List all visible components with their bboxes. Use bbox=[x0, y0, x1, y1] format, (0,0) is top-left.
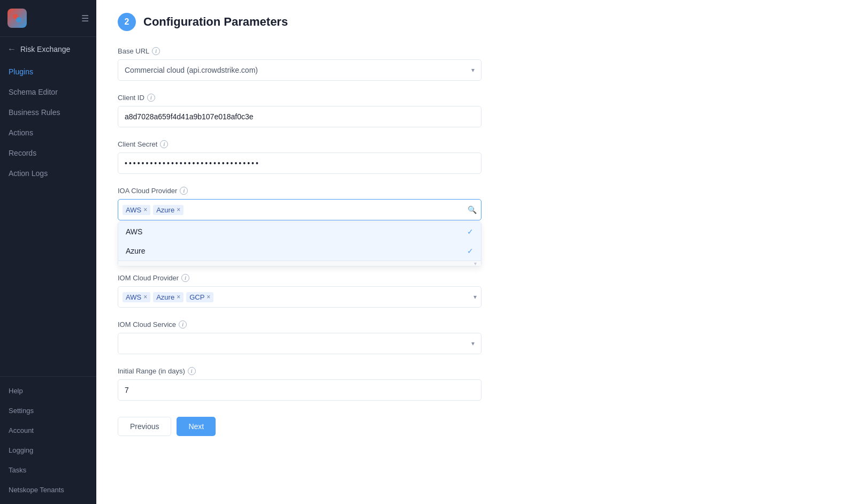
ioa-dropdown-item-azure[interactable]: Azure ✓ bbox=[118, 241, 481, 261]
sidebar-nav: Plugins Schema Editor Business Rules Act… bbox=[0, 58, 96, 376]
ioa-tag-azure-remove[interactable]: × bbox=[177, 207, 180, 213]
iom-cloud-provider-label: IOM Cloud Provider i bbox=[118, 274, 835, 282]
iom-tag-gcp-remove[interactable]: × bbox=[207, 294, 210, 300]
client-secret-label: Client Secret i bbox=[118, 140, 835, 148]
page-title: Configuration Parameters bbox=[143, 15, 288, 29]
bottom-nav: Previous Next bbox=[118, 417, 835, 436]
ioa-tag-aws-remove[interactable]: × bbox=[143, 207, 147, 213]
back-label: Risk Exchange bbox=[20, 45, 70, 54]
iom-cloud-provider-section: IOM Cloud Provider i AWS × Azure × GCP ×… bbox=[118, 274, 835, 308]
sidebar: ☰ ← Risk Exchange Plugins Schema Editor … bbox=[0, 0, 96, 504]
aws-check-icon: ✓ bbox=[467, 227, 473, 236]
dropdown-bottom-bar: ▾ bbox=[118, 261, 481, 266]
page-header: 2 Configuration Parameters bbox=[118, 13, 835, 31]
ioa-cloud-provider-label: IOA Cloud Provider i bbox=[118, 187, 835, 195]
sidebar-item-schema-editor[interactable]: Schema Editor bbox=[0, 82, 96, 102]
sidebar-item-logging[interactable]: Logging bbox=[0, 440, 96, 460]
iom-cloud-service-section: IOM Cloud Service i ▾ bbox=[118, 320, 835, 354]
client-id-info-icon[interactable]: i bbox=[147, 94, 155, 102]
sidebar-item-plugins[interactable]: Plugins bbox=[0, 62, 96, 82]
iom-tag-azure: Azure × bbox=[153, 292, 184, 302]
ioa-tag-azure: Azure × bbox=[153, 205, 184, 215]
iom-cloud-service-info-icon[interactable]: i bbox=[179, 320, 187, 329]
sidebar-item-tasks[interactable]: Tasks bbox=[0, 460, 96, 480]
client-id-label: Client ID i bbox=[118, 94, 835, 102]
base-url-chevron-icon: ▾ bbox=[471, 66, 475, 74]
search-icon: 🔍 bbox=[468, 205, 477, 214]
svg-point-1 bbox=[16, 17, 21, 22]
client-secret-input[interactable] bbox=[118, 152, 482, 174]
sidebar-bottom: Help Settings Account Logging Tasks Nets… bbox=[0, 376, 96, 504]
base-url-label: Base URL i bbox=[118, 47, 835, 55]
iom-tag-aws-remove[interactable]: × bbox=[143, 294, 147, 300]
initial-range-label: Initial Range (in days) i bbox=[118, 367, 835, 375]
back-button[interactable]: ← Risk Exchange bbox=[0, 37, 96, 58]
sidebar-item-business-rules[interactable]: Business Rules bbox=[0, 102, 96, 123]
ioa-cloud-provider-section: IOA Cloud Provider i AWS × Azure × 🔍 AWS bbox=[118, 187, 835, 220]
iom-cloud-service-label: IOM Cloud Service i bbox=[118, 320, 835, 329]
base-url-select[interactable]: Commercial cloud (api.crowdstrike.com) ▾ bbox=[118, 59, 482, 81]
iom-tag-aws: AWS × bbox=[123, 292, 150, 302]
sidebar-item-help[interactable]: Help bbox=[0, 381, 96, 401]
initial-range-info-icon[interactable]: i bbox=[188, 367, 196, 375]
ioa-cloud-provider-wrapper: AWS × Azure × 🔍 AWS ✓ Azure ✓ bbox=[118, 199, 482, 220]
sidebar-item-account[interactable]: Account bbox=[0, 421, 96, 440]
client-id-input[interactable] bbox=[118, 106, 482, 127]
ioa-tag-aws: AWS × bbox=[123, 205, 150, 215]
ioa-cloud-provider-info-icon[interactable]: i bbox=[180, 187, 188, 195]
ioa-dropdown-item-aws[interactable]: AWS ✓ bbox=[118, 222, 481, 241]
iom-cloud-service-chevron-icon: ▾ bbox=[471, 340, 475, 347]
ioa-cloud-provider-cursor[interactable] bbox=[186, 205, 280, 214]
previous-button[interactable]: Previous bbox=[118, 417, 171, 436]
base-url-info-icon[interactable]: i bbox=[152, 47, 160, 55]
initial-range-input[interactable] bbox=[118, 379, 482, 401]
client-secret-info-icon[interactable]: i bbox=[160, 140, 168, 148]
iom-tag-azure-remove[interactable]: × bbox=[177, 294, 180, 300]
next-button[interactable]: Next bbox=[177, 417, 216, 436]
sidebar-item-actions[interactable]: Actions bbox=[0, 123, 96, 143]
sidebar-item-netskope-tenants[interactable]: Netskope Tenants bbox=[0, 480, 96, 500]
hamburger-icon[interactable]: ☰ bbox=[81, 13, 89, 24]
app-logo bbox=[7, 9, 27, 28]
client-id-section: Client ID i bbox=[118, 94, 835, 127]
sidebar-item-records[interactable]: Records bbox=[0, 143, 96, 163]
iom-cloud-service-select[interactable]: ▾ bbox=[118, 333, 482, 354]
ioa-cloud-provider-dropdown: AWS ✓ Azure ✓ ▾ bbox=[118, 222, 482, 266]
iom-cloud-provider-chevron-icon: ▾ bbox=[473, 293, 477, 301]
ioa-cloud-provider-input[interactable]: AWS × Azure × 🔍 bbox=[118, 199, 482, 220]
main-content: 2 Configuration Parameters Base URL i Co… bbox=[96, 0, 856, 504]
sidebar-header: ☰ bbox=[0, 0, 96, 37]
client-secret-section: Client Secret i bbox=[118, 140, 835, 174]
step-badge: 2 bbox=[118, 13, 136, 31]
sidebar-item-action-logs[interactable]: Action Logs bbox=[0, 163, 96, 184]
azure-check-icon: ✓ bbox=[467, 247, 473, 255]
initial-range-section: Initial Range (in days) i bbox=[118, 367, 835, 401]
back-arrow-icon: ← bbox=[7, 44, 16, 54]
base-url-section: Base URL i Commercial cloud (api.crowdst… bbox=[118, 47, 835, 81]
sidebar-item-settings[interactable]: Settings bbox=[0, 401, 96, 421]
iom-cloud-provider-info-icon[interactable]: i bbox=[181, 274, 189, 282]
iom-tag-gcp: GCP × bbox=[186, 292, 213, 302]
iom-cloud-provider-input[interactable]: AWS × Azure × GCP × ▾ bbox=[118, 286, 482, 308]
dropdown-chevron-icon: ▾ bbox=[474, 261, 477, 266]
